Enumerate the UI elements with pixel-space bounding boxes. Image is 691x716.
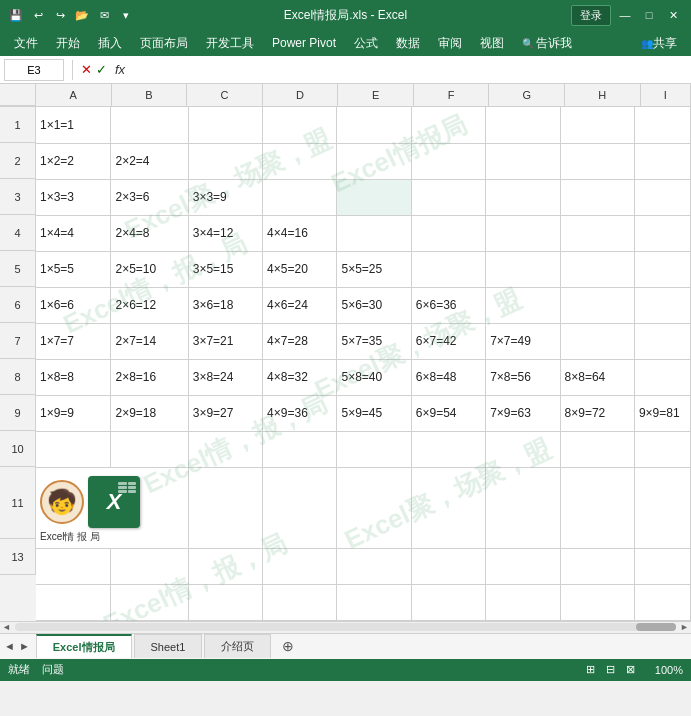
cell-c4[interactable]: 3×4=12 — [188, 215, 262, 251]
cell-g10[interactable] — [486, 431, 560, 467]
cell-c13[interactable] — [188, 584, 262, 620]
cell-f7[interactable]: 6×7=42 — [411, 323, 485, 359]
cell-h10[interactable] — [560, 431, 634, 467]
page-layout-view-icon[interactable]: ⊟ — [603, 662, 619, 678]
cell-a5[interactable]: 1×5=5 — [36, 251, 111, 287]
cell-f13[interactable] — [411, 584, 485, 620]
cell-d4[interactable]: 4×4=16 — [263, 215, 337, 251]
cell-a10[interactable] — [36, 431, 111, 467]
maximize-button[interactable]: □ — [639, 5, 659, 25]
cell-i11[interactable] — [634, 467, 690, 548]
add-sheet-button[interactable]: ⊕ — [277, 635, 299, 657]
cell-e9[interactable]: 5×9=45 — [337, 395, 411, 431]
cell-h9[interactable]: 8×9=72 — [560, 395, 634, 431]
cell-f10[interactable] — [411, 431, 485, 467]
row-header-3[interactable]: 3 — [0, 179, 36, 215]
cell-b7[interactable]: 2×7=14 — [111, 323, 188, 359]
cell-e7[interactable]: 5×7=35 — [337, 323, 411, 359]
menu-home[interactable]: 开始 — [48, 33, 88, 54]
menu-tell-me[interactable]: 🔍告诉我 — [514, 33, 580, 54]
cell-c7[interactable]: 3×7=21 — [188, 323, 262, 359]
cell-b2[interactable]: 2×2=4 — [111, 143, 188, 179]
row-header-1[interactable]: 1 — [0, 107, 36, 143]
email-icon[interactable]: ✉ — [96, 7, 112, 23]
menu-view[interactable]: 视图 — [472, 33, 512, 54]
cell-c5[interactable]: 3×5=15 — [188, 251, 262, 287]
menu-data[interactable]: 数据 — [388, 33, 428, 54]
cell-i3[interactable] — [634, 179, 690, 215]
cell-e5[interactable]: 5×5=25 — [337, 251, 411, 287]
cell-g4[interactable] — [486, 215, 560, 251]
row-header-9[interactable]: 9 — [0, 395, 36, 431]
scrollbar-thumb[interactable] — [636, 623, 676, 631]
cell-a13[interactable] — [36, 584, 111, 620]
cell-reference-input[interactable] — [4, 59, 64, 81]
menu-insert[interactable]: 插入 — [90, 33, 130, 54]
cell-c11[interactable] — [188, 467, 262, 548]
cell-f12[interactable] — [411, 548, 485, 584]
cell-g7[interactable]: 7×7=49 — [486, 323, 560, 359]
row-header-8[interactable]: 8 — [0, 359, 36, 395]
normal-view-icon[interactable]: ⊞ — [583, 662, 599, 678]
cell-a3[interactable]: 1×3=3 — [36, 179, 111, 215]
cell-h2[interactable] — [560, 143, 634, 179]
cell-i6[interactable] — [634, 287, 690, 323]
cell-b1[interactable] — [111, 107, 188, 143]
row-header-6[interactable]: 6 — [0, 287, 36, 323]
cell-e2[interactable] — [337, 143, 411, 179]
cell-c10[interactable] — [188, 431, 262, 467]
col-header-c[interactable]: C — [187, 84, 263, 106]
sheet-tab-sheet1[interactable]: Sheet1 — [134, 634, 203, 658]
cell-g5[interactable] — [486, 251, 560, 287]
cell-f5[interactable] — [411, 251, 485, 287]
cell-e13[interactable] — [337, 584, 411, 620]
sheet-tab-intro[interactable]: 介绍页 — [204, 634, 271, 658]
cell-b13[interactable] — [111, 584, 188, 620]
cell-c9[interactable]: 3×9=27 — [188, 395, 262, 431]
save-icon[interactable]: 💾 — [8, 7, 24, 23]
cell-i8[interactable] — [634, 359, 690, 395]
row-header-5[interactable]: 5 — [0, 251, 36, 287]
cell-f9[interactable]: 6×9=54 — [411, 395, 485, 431]
cell-d6[interactable]: 4×6=24 — [263, 287, 337, 323]
cell-b5[interactable]: 2×5=10 — [111, 251, 188, 287]
undo-icon[interactable]: ↩ — [30, 7, 46, 23]
cell-b9[interactable]: 2×9=18 — [111, 395, 188, 431]
cell-i9[interactable]: 9×9=81 — [634, 395, 690, 431]
cell-i1[interactable] — [634, 107, 690, 143]
cell-a9[interactable]: 1×9=9 — [36, 395, 111, 431]
open-icon[interactable]: 📂 — [74, 7, 90, 23]
cell-f1[interactable] — [411, 107, 485, 143]
col-header-i[interactable]: I — [641, 84, 691, 106]
cell-i12[interactable] — [634, 548, 690, 584]
col-header-g[interactable]: G — [489, 84, 565, 106]
cell-d9[interactable]: 4×9=36 — [263, 395, 337, 431]
formula-input[interactable] — [129, 59, 687, 81]
cell-a6[interactable]: 1×6=6 — [36, 287, 111, 323]
cell-f8[interactable]: 6×8=48 — [411, 359, 485, 395]
col-header-b[interactable]: B — [112, 84, 188, 106]
menu-file[interactable]: 文件 — [6, 33, 46, 54]
scroll-right-arrow[interactable]: ► — [680, 622, 689, 632]
cell-c12[interactable] — [188, 548, 262, 584]
dropdown-icon[interactable]: ▾ — [118, 7, 134, 23]
cell-d13[interactable] — [263, 584, 337, 620]
scroll-left-arrow[interactable]: ◄ — [2, 622, 11, 632]
cell-f3[interactable] — [411, 179, 485, 215]
cell-h7[interactable] — [560, 323, 634, 359]
cell-d1[interactable] — [263, 107, 337, 143]
cancel-formula-icon[interactable]: ✕ — [81, 62, 92, 77]
cell-b8[interactable]: 2×8=16 — [111, 359, 188, 395]
cell-d8[interactable]: 4×8=32 — [263, 359, 337, 395]
cell-e3[interactable] — [337, 179, 411, 215]
cell-b6[interactable]: 2×6=12 — [111, 287, 188, 323]
cell-d7[interactable]: 4×7=28 — [263, 323, 337, 359]
cell-e10[interactable] — [337, 431, 411, 467]
cell-i2[interactable] — [634, 143, 690, 179]
cell-i10[interactable] — [634, 431, 690, 467]
row-header-2[interactable]: 2 — [0, 143, 36, 179]
menu-page-layout[interactable]: 页面布局 — [132, 33, 196, 54]
menu-developer[interactable]: 开发工具 — [198, 33, 262, 54]
scrollbar-track[interactable] — [15, 623, 676, 631]
cell-h11[interactable] — [560, 467, 634, 548]
